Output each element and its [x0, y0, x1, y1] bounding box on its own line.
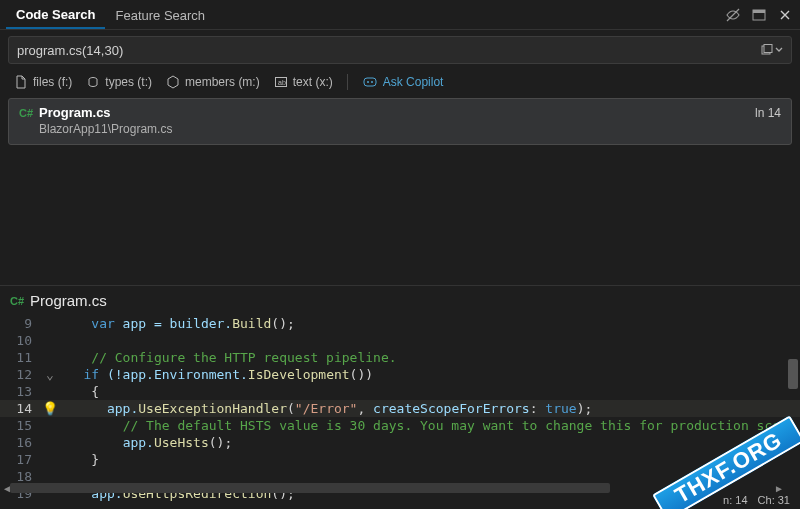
- status-line: n: 14: [723, 494, 747, 506]
- result-path: BlazorApp11\Program.cs: [39, 122, 781, 136]
- code-line: 10: [0, 332, 800, 349]
- code-line: 12⌄ if (!app.Environment.IsDevelopment()…: [0, 366, 800, 383]
- code-line: 11 // Configure the HTTP request pipelin…: [0, 349, 800, 366]
- svg-rect-2: [753, 10, 765, 13]
- lightbulb-icon[interactable]: 💡: [40, 400, 60, 417]
- svg-rect-4: [764, 45, 772, 53]
- ask-copilot[interactable]: Ask Copilot: [362, 75, 444, 89]
- filter-members-label: members (m:): [185, 75, 260, 89]
- close-icon[interactable]: [776, 6, 794, 24]
- code-line: 13 {: [0, 383, 800, 400]
- text-icon: ab: [274, 75, 288, 89]
- filter-files[interactable]: files (f:): [14, 75, 72, 89]
- search-value: program.cs(14,30): [17, 43, 761, 58]
- dock-icon[interactable]: [750, 6, 768, 24]
- status-col: Ch: 31: [758, 494, 790, 506]
- filter-types-label: types (t:): [105, 75, 152, 89]
- tab-code-search[interactable]: Code Search: [6, 1, 105, 29]
- filter-text-label: text (x:): [293, 75, 333, 89]
- filter-members[interactable]: members (m:): [166, 75, 260, 89]
- csharp-badge-icon: C#: [10, 295, 24, 307]
- members-icon: [166, 75, 180, 89]
- code-line: 16 app.UseHsts();: [0, 434, 800, 451]
- ask-copilot-label: Ask Copilot: [383, 75, 444, 89]
- code-line-current: 14💡 app.UseExceptionHandler("/Error", cr…: [0, 400, 800, 417]
- fold-icon[interactable]: ⌄: [40, 366, 60, 383]
- svg-point-9: [371, 81, 373, 83]
- copilot-icon: [362, 75, 378, 89]
- result-line-label: ln 14: [755, 106, 781, 120]
- csharp-badge-icon: C#: [19, 107, 33, 119]
- search-input[interactable]: program.cs(14,30): [8, 36, 792, 64]
- tab-feature-search[interactable]: Feature Search: [105, 2, 215, 28]
- separator: [347, 74, 348, 90]
- code-line: 9 var app = builder.Build();: [0, 315, 800, 332]
- filter-types[interactable]: types (t:): [86, 75, 152, 89]
- file-icon: [14, 75, 28, 89]
- search-history-dropdown-icon[interactable]: [761, 44, 783, 56]
- code-line: 15 // The default HSTS value is 30 days.…: [0, 417, 800, 434]
- svg-text:ab: ab: [278, 79, 286, 86]
- filter-files-label: files (f:): [33, 75, 72, 89]
- filter-text[interactable]: ab text (x:): [274, 75, 333, 89]
- vertical-scrollbar[interactable]: [786, 313, 800, 505]
- svg-point-8: [367, 81, 369, 83]
- result-title: Program.cs: [39, 105, 111, 120]
- editor-header: C# Program.cs: [0, 285, 800, 313]
- code-editor[interactable]: 9 var app = builder.Build(); 10 11 // Co…: [0, 313, 800, 505]
- code-line: 17 }: [0, 451, 800, 468]
- svg-rect-7: [364, 78, 376, 86]
- preview-toggle-icon[interactable]: [724, 6, 742, 24]
- search-result-row[interactable]: C# Program.cs ln 14 BlazorApp11\Program.…: [8, 98, 792, 145]
- types-icon: [86, 75, 100, 89]
- editor-filename: Program.cs: [30, 292, 107, 309]
